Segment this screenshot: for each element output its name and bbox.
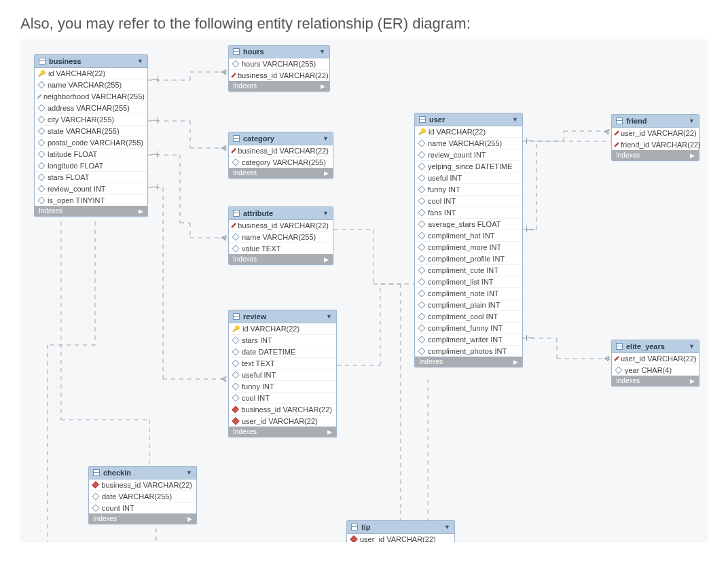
column-label: review_count INT xyxy=(48,185,106,193)
column-row: user_id VARCHAR(22) xyxy=(347,534,454,542)
column-label: name VARCHAR(255) xyxy=(428,139,502,147)
entity-header[interactable]: user▼ xyxy=(415,113,522,126)
column-label: compliment_hot INT xyxy=(428,232,494,240)
entity-business[interactable]: business▼id VARCHAR(22)name VARCHAR(255)… xyxy=(34,54,148,217)
entity-header[interactable]: review▼ xyxy=(229,310,336,323)
entity-tip[interactable]: tip▼user_id VARCHAR(22)business_id VARCH… xyxy=(346,520,455,542)
column-icon xyxy=(232,336,239,344)
columns-list: business_id VARCHAR(22)name VARCHAR(255)… xyxy=(229,220,333,254)
table-icon xyxy=(419,116,426,123)
entity-category[interactable]: category▼business_id VARCHAR(22)category… xyxy=(228,132,333,179)
column-icon xyxy=(615,366,622,374)
column-label: compliment_cute INT xyxy=(428,266,498,274)
column-label: latitude FLOAT xyxy=(48,150,97,158)
indexes-section[interactable]: Indexes▶ xyxy=(612,150,699,160)
table-icon xyxy=(616,343,623,350)
column-label: text TEXT xyxy=(242,359,275,367)
indexes-section[interactable]: Indexes▶ xyxy=(612,376,699,386)
entity-friend[interactable]: friend▼user_id VARCHAR(22)friend_id VARC… xyxy=(611,114,699,161)
indexes-label: Indexes xyxy=(233,428,257,435)
entity-header[interactable]: checkin▼ xyxy=(89,467,196,479)
column-row: date DATETIME xyxy=(229,346,336,358)
column-label: id VARCHAR(22) xyxy=(242,325,299,333)
columns-list: id VARCHAR(22)stars INTdate DATETIMEtext… xyxy=(229,323,336,427)
column-label: useful INT xyxy=(242,371,276,379)
indexes-section[interactable]: Indexes▶ xyxy=(35,206,147,216)
entity-header[interactable]: attribute▼ xyxy=(229,207,333,220)
indexes-section[interactable]: Indexes▶ xyxy=(229,81,329,91)
entity-header[interactable]: business▼ xyxy=(35,55,147,68)
column-row: id VARCHAR(22) xyxy=(229,323,336,335)
cardinality-mark: ⊢ xyxy=(526,333,534,342)
column-icon xyxy=(232,382,239,390)
column-icon xyxy=(37,173,45,181)
column-icon xyxy=(418,324,425,331)
indexes-section[interactable]: Indexes▶ xyxy=(229,427,336,437)
cardinality-mark: ⊣ xyxy=(151,149,160,159)
indexes-section[interactable]: Indexes▶ xyxy=(415,357,522,367)
column-row: business_id VARCHAR(22) xyxy=(229,145,333,157)
foreign-key-icon xyxy=(231,73,236,77)
column-row: business_id VARCHAR(22) xyxy=(229,70,329,81)
er-diagram-canvas: business▼id VARCHAR(22)name VARCHAR(255)… xyxy=(20,39,708,542)
entity-header[interactable]: hours▼ xyxy=(229,46,329,58)
entity-header[interactable]: elite_years▼ xyxy=(612,340,699,353)
chevron-down-icon: ▼ xyxy=(323,210,329,217)
primary-key-icon xyxy=(39,71,45,77)
entity-header[interactable]: category▼ xyxy=(229,132,333,145)
column-row: business_id VARCHAR(22) xyxy=(229,220,333,232)
entity-user[interactable]: user▼id VARCHAR(22)name VARCHAR(255)revi… xyxy=(414,113,523,367)
column-row: date VARCHAR(255) xyxy=(89,491,196,503)
column-row: id VARCHAR(22) xyxy=(35,68,147,79)
column-label: yelping_since DATETIME xyxy=(428,162,513,170)
crows-foot-mark: ⪡ xyxy=(219,374,227,383)
entity-header[interactable]: tip▼ xyxy=(347,521,454,534)
column-icon xyxy=(232,245,239,252)
column-row: compliment_list INT xyxy=(415,276,522,288)
column-icon xyxy=(232,233,239,240)
foreign-key-icon xyxy=(614,130,619,135)
entity-title: category xyxy=(243,134,319,143)
column-icon xyxy=(418,255,425,262)
column-label: funny INT xyxy=(428,185,460,194)
columns-list: business_id VARCHAR(22)date VARCHAR(255)… xyxy=(89,479,196,513)
entity-review[interactable]: review▼id VARCHAR(22)stars INTdate DATET… xyxy=(228,310,337,437)
cardinality-mark: ⊢ xyxy=(526,224,534,234)
indexes-label: Indexes xyxy=(233,82,257,90)
foreign-key-icon xyxy=(614,356,619,361)
entity-checkin[interactable]: checkin▼business_id VARCHAR(22)date VARC… xyxy=(88,466,197,524)
column-row: useful INT xyxy=(229,369,336,381)
column-icon xyxy=(37,104,45,111)
column-row: name VARCHAR(255) xyxy=(229,232,333,243)
column-icon xyxy=(232,394,239,401)
expand-arrow-icon: ▶ xyxy=(321,83,325,90)
indexes-section[interactable]: Indexes▶ xyxy=(229,254,333,264)
entity-hours[interactable]: hours▼hours VARCHAR(255)business_id VARC… xyxy=(228,45,330,92)
entity-attribute[interactable]: attribute▼business_id VARCHAR(22)name VA… xyxy=(228,206,333,265)
column-icon xyxy=(232,60,239,67)
indexes-label: Indexes xyxy=(616,151,640,159)
column-label: is_open TINYINT xyxy=(48,196,105,204)
column-row: stars FLOAT xyxy=(35,172,147,183)
cardinality-mark: ⊢ xyxy=(526,136,534,145)
entity-title: elite_years xyxy=(626,342,685,350)
column-label: id VARCHAR(22) xyxy=(48,69,105,77)
entity-elite_years[interactable]: elite_years▼user_id VARCHAR(22)year CHAR… xyxy=(611,340,699,386)
indexes-label: Indexes xyxy=(39,207,62,215)
column-icon xyxy=(418,289,425,297)
column-label: compliment_plain INT xyxy=(428,301,500,309)
column-row: id VARCHAR(22) xyxy=(415,126,522,138)
columns-list: business_id VARCHAR(22)category VARCHAR(… xyxy=(229,145,333,168)
indexes-section[interactable]: Indexes▶ xyxy=(89,513,196,524)
column-row: user_id VARCHAR(22) xyxy=(612,353,699,365)
crows-foot-mark: ⪡ xyxy=(219,143,227,152)
column-label: friend_id VARCHAR(22) xyxy=(621,141,701,149)
entity-title: review xyxy=(243,312,323,321)
crows-foot-mark: ⪡ xyxy=(602,353,610,363)
column-label: count INT xyxy=(102,504,134,512)
indexes-section[interactable]: Indexes▶ xyxy=(229,168,333,178)
column-icon xyxy=(418,174,425,181)
entity-header[interactable]: friend▼ xyxy=(612,115,699,128)
column-label: name VARCHAR(255) xyxy=(48,81,122,89)
column-icon xyxy=(37,150,45,158)
